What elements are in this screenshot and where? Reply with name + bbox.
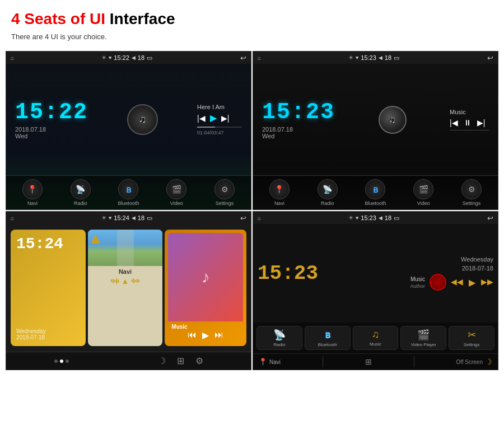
ui1-content: 15:22 2018.07.18 Wed ♫ Here I Am |◀ ▶ ▶| — [6, 64, 251, 209]
gear-icon-3[interactable]: ⚙ — [195, 356, 203, 366]
ui4-prev-icon[interactable]: ◀◀ — [451, 277, 463, 288]
ui4-apps-icon: ⊞ — [365, 357, 372, 366]
ui3-bottom: ☽ ⊞ ⚙ — [6, 352, 251, 370]
status-bar-2: ⌂ ✳ ♥ 15:23 ◀ 18 ▭ ↩ — [253, 52, 498, 64]
bt-icon-3: ✳ — [102, 215, 106, 221]
play-icon-1[interactable]: ▶ — [210, 113, 217, 123]
clock-time-2: 15:23 — [262, 100, 335, 125]
ui4-next-icon[interactable]: ▶▶ — [481, 277, 493, 288]
wifi-icon-2: ♥ — [356, 55, 358, 60]
nav-item-navi-1[interactable]: 📍 Navi — [21, 179, 44, 206]
sb4-center: ✳ ♥ 15:23 ◀ 18 ▭ — [349, 214, 399, 222]
navi-icon-1[interactable]: 📍 — [22, 179, 43, 199]
ui4-music-controls[interactable]: ◀◀ ▶ ▶▶ — [451, 277, 493, 288]
ui1-main: 15:22 2018.07.18 Wed ♫ Here I Am |◀ ▶ ▶| — [6, 64, 251, 175]
ui4-offscreen-label: Off Screen — [456, 359, 483, 365]
ui4-music-icon: ♫ — [372, 329, 380, 340]
ui4-footer-apps[interactable]: ⊞ — [365, 357, 372, 366]
video-icon-2[interactable]: 🎬 — [413, 179, 433, 199]
radio-icon-1[interactable]: 📡 — [71, 179, 91, 199]
ui4-radio-item[interactable]: 📡 Radio — [256, 326, 302, 350]
home-icon-2[interactable]: ⌂ — [258, 55, 261, 61]
wbar1 — [111, 279, 112, 282]
music-controls-1[interactable]: |◀ ▶ ▶| — [197, 113, 229, 123]
radio-label-2: Radio — [321, 200, 334, 206]
navi-road: ▲ — [88, 230, 163, 266]
settings-icon-1[interactable]: ⚙ — [214, 179, 235, 199]
ui4-footer: 📍 Navi ⊞ Off Screen ☽ — [253, 353, 498, 370]
nav-item-bluetooth-2[interactable]: ʙ Bluetooth — [364, 179, 386, 206]
navi-icon-2[interactable]: 📍 — [269, 179, 290, 199]
nav-item-radio-2[interactable]: 📡 Radio — [316, 179, 339, 206]
next-icon-1[interactable]: ▶| — [221, 114, 230, 123]
ui4-footer-offscreen[interactable]: Off Screen ☽ — [456, 357, 492, 366]
pause-icon-2[interactable]: ⏸ — [464, 118, 472, 127]
music-card-controls[interactable]: ⏮ ▶ ⏭ — [171, 330, 240, 340]
back-icon-1[interactable]: ↩ — [240, 54, 246, 62]
grid-icon-3[interactable]: ⊞ — [177, 356, 184, 366]
settings-label-2: Settings — [463, 200, 481, 206]
navi-card-footer: Navi ▲ — [88, 266, 163, 287]
nav-item-settings-2[interactable]: ⚙ Settings — [460, 179, 483, 206]
ui4-settings-label: Settings — [464, 342, 480, 347]
music-note-icon-1: ♫ — [139, 114, 147, 125]
sb1-right: ↩ — [240, 54, 246, 62]
ui4-footer-navi[interactable]: 📍 Navi — [259, 358, 281, 366]
next-icon-2[interactable]: ▶| — [477, 118, 486, 127]
music-play-icon[interactable]: ▶ — [202, 330, 209, 340]
ui4-date: 2018-07-18 — [323, 265, 493, 272]
bluetooth-icon-2[interactable]: ʙ — [365, 179, 385, 199]
nav-item-settings-1[interactable]: ⚙ Settings — [213, 179, 236, 206]
navi-arrow-icon: ▲ — [88, 230, 104, 247]
music-card[interactable]: ♪ Music ⏮ ▶ ⏭ — [165, 230, 246, 346]
bluetooth-icon-1[interactable]: ʙ — [118, 179, 138, 199]
back-icon-2[interactable]: ↩ — [487, 54, 493, 62]
wifi-icon-1: ♥ — [109, 55, 111, 60]
ui4-music-label: Music — [410, 276, 425, 282]
page-subtitle: There are 4 UI is your choice. — [11, 32, 493, 41]
bt-icon-1: ✳ — [102, 55, 106, 60]
settings-icon-2[interactable]: ⚙ — [461, 179, 482, 199]
wbar6 — [132, 279, 133, 282]
ui4-video-item[interactable]: 🎬 Video Player — [400, 326, 446, 350]
home-icon-3[interactable]: ⌂ — [11, 215, 14, 221]
music-prev-icon[interactable]: ⏮ — [188, 330, 197, 340]
ui4-play-icon[interactable]: ▶ — [469, 277, 475, 288]
music-next-icon[interactable]: ⏭ — [214, 330, 223, 340]
bottom-nav-2: 📍 Navi 📡 Radio ʙ Bluetooth 🎬 Video ⚙ — [253, 175, 498, 209]
moon-icon-3[interactable]: ☽ — [158, 356, 166, 366]
prev-icon-2[interactable]: |◀ — [450, 118, 458, 127]
ui2-progress — [450, 130, 489, 130]
ui4-settings-item[interactable]: ✂ Settings — [449, 326, 494, 350]
ui4-content: 15:23 Wednesday 2018-07-18 Music Author … — [253, 224, 498, 370]
ui2-controls[interactable]: |◀ ⏸ ▶| — [450, 118, 485, 127]
radio-icon-2[interactable]: 📡 — [318, 179, 338, 199]
battery-val-4: 18 — [385, 214, 391, 221]
battery-4: ◀ — [379, 215, 382, 221]
nav-item-navi-2[interactable]: 📍 Navi — [268, 179, 291, 206]
navi-direction-icon: ▲ — [122, 277, 129, 286]
nav-item-video-2[interactable]: 🎬 Video — [412, 179, 435, 206]
ui3-bottom-icons: ☽ ⊞ ⚙ — [158, 356, 203, 366]
sb3-right: ↩ — [240, 214, 246, 222]
back-icon-4[interactable]: ↩ — [487, 214, 493, 222]
prev-icon-1[interactable]: |◀ — [197, 114, 206, 123]
navi-card[interactable]: ▲ Navi ▲ — [88, 230, 163, 346]
person-icon: ♪ — [202, 268, 210, 287]
battery-3: ◀ — [132, 215, 136, 221]
wbar4 — [116, 278, 117, 284]
nav-item-bluetooth-1[interactable]: ʙ Bluetooth — [117, 179, 139, 206]
ui4-music-item[interactable]: ♫ Music — [353, 326, 399, 350]
music-album-1: ♫ — [127, 104, 158, 135]
home-icon-1[interactable]: ⌂ — [11, 55, 14, 61]
nav-item-video-1[interactable]: 🎬 Video — [165, 179, 188, 206]
clock-section-2: 15:23 2018.07.18 Wed — [262, 100, 335, 139]
ui4-day: Wednesday — [323, 256, 493, 263]
ui4-bluetooth-item[interactable]: ʙ Bluetooth — [305, 326, 351, 350]
home-icon-4[interactable]: ⌂ — [258, 215, 261, 221]
back-icon-3[interactable]: ↩ — [240, 214, 246, 222]
nav-item-radio-1[interactable]: 📡 Radio — [69, 179, 92, 206]
video-icon-1[interactable]: 🎬 — [166, 179, 186, 199]
ui4-record-btn[interactable] — [430, 274, 446, 291]
time-3: 15:24 — [114, 214, 129, 221]
